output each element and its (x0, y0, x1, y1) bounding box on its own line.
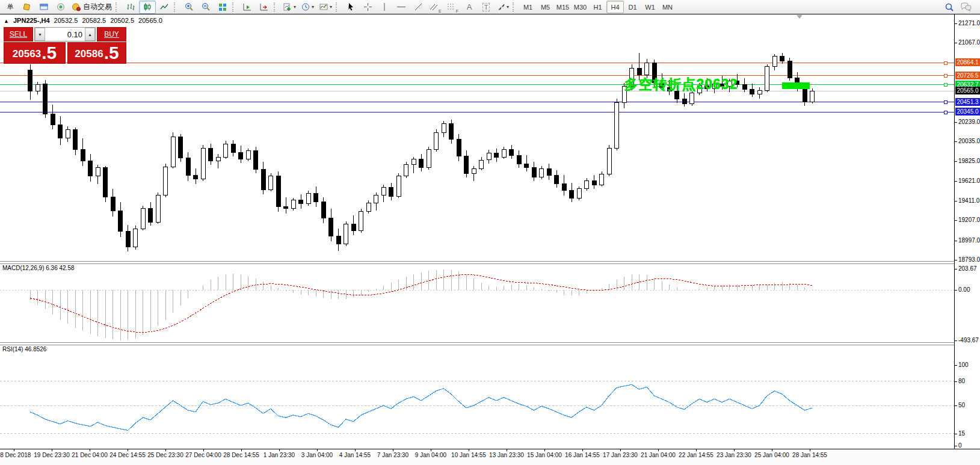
level-price-label: 20451.3 (955, 98, 980, 106)
time-tick-label: 28 Jan 14:55 (792, 452, 827, 458)
line-chart-button[interactable] (156, 1, 173, 14)
templates-button[interactable]: ▾ (316, 1, 334, 14)
pane-divider-macd[interactable] (0, 261, 980, 264)
volume-input[interactable] (45, 28, 85, 41)
macd-signal-line (30, 274, 812, 332)
tab-timeframe-m30[interactable]: M30 (572, 1, 589, 13)
rsi-line (30, 384, 812, 430)
cursor-tool-button[interactable] (342, 1, 359, 14)
fibonacci-tool-button[interactable]: F (444, 1, 461, 14)
time-tick-label: 19 Dec 23:30 (34, 452, 70, 458)
channel-tool-button[interactable]: E (427, 1, 444, 14)
tab-timeframe-h1[interactable]: H1 (589, 1, 606, 13)
autotrade-icon (72, 2, 81, 11)
ohlc-open: 20532.5 (54, 17, 78, 24)
indicators-caret: ▾ (294, 4, 296, 10)
terminal-button[interactable] (35, 1, 52, 14)
horizontal-line-icon (396, 2, 406, 11)
annotation-highlight-box[interactable] (782, 82, 810, 89)
level-price-label: 20726.5 (955, 72, 980, 79)
sell-button[interactable]: SELL (4, 27, 33, 42)
time-tick-mark (203, 449, 204, 451)
sell-price-display[interactable]: 20563.5 (4, 42, 66, 64)
level-anchor[interactable] (945, 100, 948, 103)
toolbar-separator (336, 2, 340, 12)
price-tick-mark (955, 43, 957, 43)
tab-timeframe-mn[interactable]: MN (659, 1, 676, 13)
level-anchor[interactable] (945, 111, 948, 114)
one-click-collapse-arrow[interactable]: ▲ (4, 18, 9, 24)
arrows-tool-button[interactable]: ▾ (495, 1, 511, 14)
tab-timeframe-m15[interactable]: M15 (554, 1, 572, 13)
horizontal-line-tool-button[interactable] (393, 1, 410, 14)
pane-resize-grip[interactable] (797, 15, 803, 19)
time-tick-label: 25 Jan 04:00 (754, 452, 789, 458)
macd-tick-label: -493.67 (958, 337, 979, 343)
trendline-tool-button[interactable] (410, 1, 427, 14)
tab-timeframe-d1[interactable]: D1 (624, 1, 641, 13)
market-watch-button[interactable] (19, 1, 35, 14)
price-tick-label: 19621.0 (958, 177, 980, 184)
new-order-button[interactable]: 单 (2, 1, 19, 14)
expert-advisors-button[interactable] (52, 1, 69, 14)
price-chart-canvas[interactable] (0, 14, 980, 465)
channel-icon (429, 2, 439, 11)
toolbar-separator (116, 2, 120, 12)
auto-scroll-button[interactable] (239, 1, 256, 14)
volume-increase-button[interactable]: ▲ (85, 28, 95, 41)
bar-chart-button[interactable] (122, 1, 139, 14)
periods-caret: ▾ (312, 4, 314, 10)
chart-header: ▲ JPN225-,H4 20532.5 20582.5 20502.5 205… (4, 17, 165, 24)
candlestick-chart-icon (143, 2, 152, 11)
buy-price-display[interactable]: 20586.5 (67, 42, 126, 64)
tab-timeframe-m1[interactable]: M1 (519, 1, 537, 13)
arrows-caret: ▾ (507, 4, 509, 10)
tile-windows-icon (218, 2, 227, 11)
chat-button[interactable] (958, 1, 975, 14)
autotrade-button[interactable]: 自动交易 (69, 1, 114, 14)
candlestick-chart-button[interactable] (139, 1, 156, 14)
vertical-line-tool-button[interactable] (376, 1, 393, 14)
indicators-icon (283, 2, 292, 11)
price-tick-label: 18793.0 (958, 256, 980, 263)
chart-window: ▲ JPN225-,H4 20532.5 20582.5 20502.5 205… (0, 14, 980, 465)
time-tick-mark (52, 449, 52, 451)
toolbar-separator (174, 2, 178, 12)
time-tick-mark (317, 449, 318, 451)
zoom-in-icon (184, 2, 194, 11)
level-anchor[interactable] (945, 83, 948, 86)
text-tool-button[interactable]: A (461, 1, 478, 14)
level-anchor[interactable] (945, 74, 948, 77)
time-tick-label: 16 Jan 14:55 (565, 452, 600, 458)
tile-windows-button[interactable] (214, 1, 231, 14)
time-tick-label: 13 Jan 23:30 (489, 452, 524, 458)
volume-decrease-button[interactable]: ▼ (35, 28, 45, 41)
time-tick-mark (431, 449, 431, 451)
zoom-out-button[interactable] (197, 1, 214, 14)
tab-timeframe-w1[interactable]: W1 (641, 1, 659, 13)
one-click-trading-panel: SELL ▼ ▲ BUY 20563.5 20586.5 (4, 27, 126, 64)
chart-shift-button[interactable] (256, 1, 273, 14)
macd-tick-mark (955, 340, 957, 341)
ohlc-low: 20502.5 (110, 17, 134, 24)
buy-button[interactable]: BUY (97, 27, 126, 42)
tab-timeframe-m5[interactable]: M5 (537, 1, 554, 13)
time-tick-label: 22 Jan 14:55 (679, 452, 713, 458)
macd-tick-mark (955, 290, 957, 291)
search-button[interactable] (941, 1, 958, 14)
indicators-button[interactable]: ▾ (280, 1, 298, 14)
level-anchor[interactable] (945, 61, 948, 64)
price-tick-label: 21067.0 (958, 39, 980, 46)
rsi-tick-label: 80 (958, 378, 965, 384)
zoom-in-button[interactable] (180, 1, 197, 14)
expert-advisors-icon (56, 2, 66, 11)
label-tool-button[interactable]: T (478, 1, 495, 14)
time-tick-label: 23 Jan 23:30 (717, 452, 751, 458)
periods-button[interactable]: ▾ (298, 1, 316, 14)
tab-timeframe-h4[interactable]: H4 (606, 1, 624, 13)
price-scale[interactable]: 21271.021067.020239.020035.019825.019621… (954, 14, 980, 449)
crosshair-tool-button[interactable] (359, 1, 376, 14)
time-scale[interactable]: 18 Dec 201819 Dec 23:3021 Dec 04:0024 De… (0, 449, 980, 465)
pane-divider-rsi[interactable] (0, 342, 980, 345)
rsi-tick-mark (955, 405, 957, 406)
